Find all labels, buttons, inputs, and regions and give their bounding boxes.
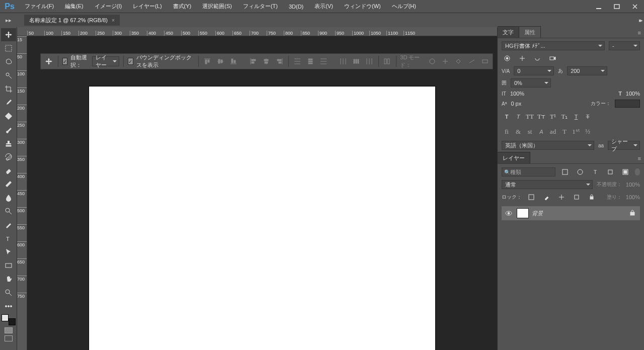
bg-color[interactable]	[9, 318, 16, 325]
underline-button[interactable]: T	[571, 112, 581, 122]
lock-artboard-icon[interactable]	[571, 192, 582, 202]
brush-tool[interactable]	[1, 123, 16, 136]
auto-align[interactable]	[382, 56, 391, 67]
contextual-button[interactable]: &	[513, 127, 523, 137]
ruler-horizontal[interactable]: 50 100 150 200 250 300 350 400 450 500 5…	[17, 27, 497, 36]
layer-thumbnail[interactable]	[517, 208, 529, 218]
window-close[interactable]	[626, 0, 644, 13]
rectangle-tool[interactable]	[1, 259, 16, 272]
hand-tool[interactable]	[1, 273, 16, 286]
orbit-icon[interactable]	[502, 53, 513, 63]
vscale-value[interactable]: 100%	[510, 91, 524, 97]
gradient-tool[interactable]	[1, 178, 16, 191]
eraser-tool[interactable]	[1, 164, 16, 177]
smallcaps-button[interactable]: Tᴛ	[536, 112, 546, 122]
ruler-vertical[interactable]: 15 50 100 150 200 250 300 350 400 450 50…	[17, 36, 27, 350]
crop-tool[interactable]	[1, 82, 16, 96]
filter-toggle[interactable]	[635, 168, 640, 176]
blend-mode-dropdown[interactable]: 通常	[502, 180, 593, 189]
lock-trans-icon[interactable]	[526, 192, 537, 202]
tracking-field[interactable]: 0	[514, 66, 554, 75]
quick-select-tool[interactable]	[1, 69, 16, 82]
canvas[interactable]	[89, 86, 435, 350]
menu-edit[interactable]: 編集(E)	[59, 0, 89, 13]
filter-shape-icon[interactable]	[605, 167, 616, 177]
menu-filter[interactable]: フィルター(T)	[237, 0, 283, 13]
marquee-tool[interactable]	[1, 42, 16, 55]
eyedropper-tool[interactable]	[1, 96, 16, 109]
filter-adjust-icon[interactable]	[575, 167, 586, 177]
align-vcenter[interactable]	[216, 56, 225, 67]
filter-type-icon[interactable]: T	[590, 167, 601, 177]
zoom-tool[interactable]	[1, 286, 16, 299]
document-tab-close[interactable]: ×	[112, 18, 115, 23]
character-tab[interactable]: 文字	[498, 26, 519, 38]
visibility-icon[interactable]	[504, 211, 514, 216]
distribute-right[interactable]	[365, 56, 374, 67]
blur-tool[interactable]	[1, 191, 16, 204]
menu-file[interactable]: ファイル(F)	[19, 0, 59, 13]
dodge-tool[interactable]	[1, 205, 16, 218]
language-dropdown[interactable]: 英語（米国）	[502, 141, 594, 150]
text-color-swatch[interactable]	[615, 100, 640, 108]
document-tab[interactable]: 名称未設定 1 @ 67.2% (RGB/8) ×	[24, 15, 120, 26]
rotate-icon[interactable]	[532, 53, 543, 63]
fractions-button[interactable]: 1ˢᵗ	[571, 127, 581, 137]
align-right-edges[interactable]	[275, 56, 284, 67]
font-family-dropdown[interactable]: HG行書体 ﾒﾃﾞ...	[502, 41, 605, 50]
fill-value[interactable]: 100%	[626, 194, 640, 200]
menu-type[interactable]: 書式(Y)	[168, 0, 197, 13]
distribute-left[interactable]	[339, 56, 348, 67]
filter-smart-icon[interactable]	[620, 167, 631, 177]
3d-pan-icon[interactable]	[454, 56, 463, 67]
subscript-button[interactable]: T₁	[559, 112, 570, 122]
baseline-value[interactable]: 0 px	[511, 101, 521, 107]
fg-color[interactable]	[2, 314, 9, 321]
3d-scale-icon[interactable]	[480, 56, 490, 67]
swash-button[interactable]: A	[536, 127, 546, 137]
italic-button[interactable]: T	[513, 112, 523, 122]
layers-flyout-icon[interactable]: ≡	[635, 153, 644, 163]
layer-name[interactable]: 背景	[532, 210, 543, 217]
hscale-value[interactable]: 100%	[626, 91, 640, 97]
window-minimize[interactable]	[590, 0, 608, 13]
spot-heal-tool[interactable]	[1, 110, 16, 123]
lasso-tool[interactable]	[1, 55, 16, 68]
ligature-button[interactable]: fi	[502, 127, 512, 137]
menu-select[interactable]: 選択範囲(S)	[197, 0, 237, 13]
color-swatches[interactable]	[2, 314, 16, 325]
auto-select-dropdown[interactable]: レイヤー	[92, 56, 119, 66]
pen-tool[interactable]	[1, 218, 16, 231]
layers-tab[interactable]: レイヤー	[498, 152, 530, 163]
tsume-field[interactable]: 0%	[511, 78, 551, 88]
collapse-handle[interactable]: ▸▸	[0, 14, 17, 27]
lock-all-icon[interactable]	[586, 192, 597, 202]
menu-image[interactable]: イメージ(I)	[89, 0, 127, 13]
quickmask-toggle[interactable]	[5, 327, 13, 333]
superscript-button[interactable]: T¹	[548, 112, 558, 122]
stylistic-button[interactable]: st	[525, 127, 535, 137]
history-brush-tool[interactable]	[1, 150, 16, 163]
menu-window[interactable]: ウィンドウ(W)	[339, 0, 386, 13]
stamp-tool[interactable]	[1, 137, 16, 150]
panels-expand[interactable]: ▸▸	[639, 17, 641, 24]
filter-image-icon[interactable]	[559, 167, 571, 177]
3d-roll-icon[interactable]	[441, 56, 450, 67]
distribute-bottom[interactable]	[319, 56, 328, 67]
lock-pos-icon[interactable]	[556, 192, 567, 202]
allcaps-button[interactable]: TT	[525, 112, 535, 122]
window-maximize[interactable]	[608, 0, 626, 13]
bold-button[interactable]: T	[502, 112, 512, 122]
titling-button[interactable]: ad	[548, 127, 558, 137]
properties-tab[interactable]: 属性	[519, 26, 541, 38]
lock-paint-icon[interactable]	[541, 192, 552, 202]
menu-help[interactable]: ヘルプ(H)	[386, 0, 422, 13]
3d-orbit-icon[interactable]	[428, 56, 437, 67]
show-transform-checkbox[interactable]	[128, 58, 133, 65]
path-select-tool[interactable]	[1, 245, 16, 258]
axis-icon[interactable]	[517, 53, 528, 63]
canvas-area[interactable]: 自動選択： レイヤー バウンディングボックスを表示	[27, 36, 497, 350]
half-button[interactable]: ½	[583, 127, 593, 137]
distribute-hcenter[interactable]	[352, 56, 361, 67]
camera-icon[interactable]	[547, 53, 558, 63]
